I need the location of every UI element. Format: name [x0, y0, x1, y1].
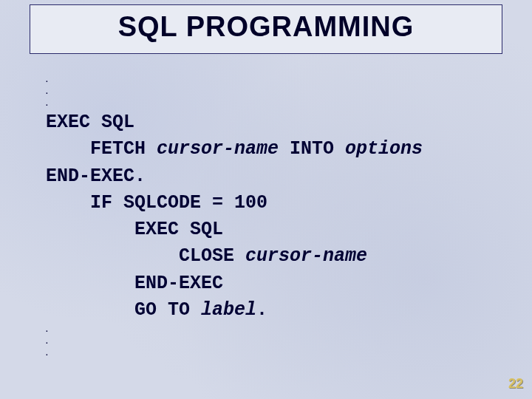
code-line-3: END-EXEC.	[46, 166, 146, 187]
code-line-2a: FETCH	[46, 138, 157, 160]
code-line-6b: cursor-name	[245, 245, 367, 267]
code-line-6a: CLOSE	[46, 245, 245, 267]
code-line-8c: .	[256, 299, 267, 321]
ellipsis-bottom: . . .	[46, 324, 423, 359]
code-line-7: END-EXEC	[46, 273, 223, 294]
code-line-5: EXEC SQL	[46, 219, 223, 240]
code-line-8b: label	[201, 299, 256, 321]
code-line-2b: cursor-name	[157, 138, 279, 160]
code-line-2d: options	[345, 138, 423, 160]
slide-title-box: SQL PROGRAMMING	[30, 4, 502, 54]
code-line-8a: GO TO	[46, 299, 201, 321]
code-line-2c: INTO	[279, 138, 345, 160]
slide-title: SQL PROGRAMMING	[30, 11, 502, 43]
code-line-1: EXEC SQL	[46, 112, 134, 133]
code-block: . . .EXEC SQL FETCH cursor-name INTO opt…	[46, 74, 423, 359]
code-line-4: IF SQLCODE = 100	[46, 192, 267, 214]
ellipsis-top: . . .	[46, 74, 423, 109]
page-number: 22	[508, 376, 523, 392]
